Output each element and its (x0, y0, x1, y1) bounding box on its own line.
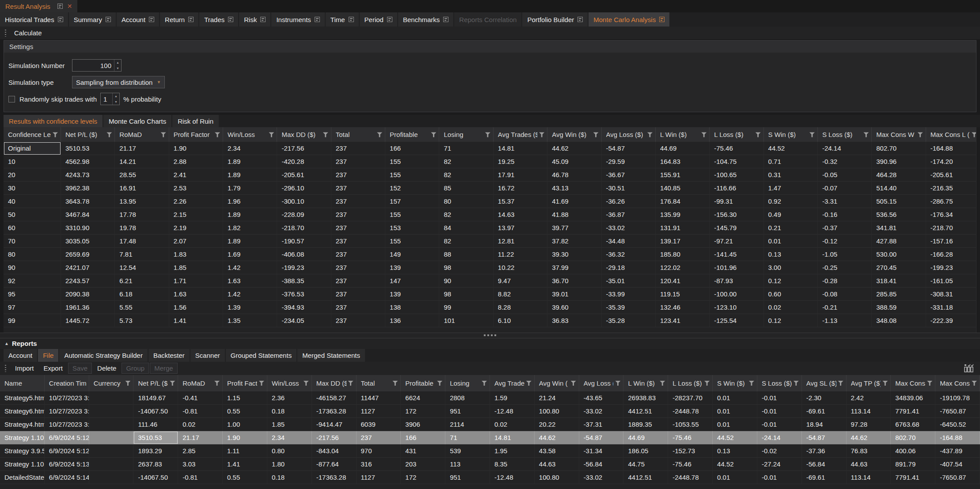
simulation-type-dropdown[interactable]: Sampling from distribution ▼ (72, 76, 165, 88)
column-header-s-win[interactable]: S Win ($) (713, 375, 757, 391)
filter-icon[interactable] (927, 380, 932, 386)
table-row[interactable]: 303962.3816.912.531.79-296.102371528516.… (4, 182, 980, 195)
column-header-profit-factor[interactable]: Profit Factor (169, 127, 223, 142)
delete-button[interactable]: Delete (93, 363, 121, 374)
column-header-net-p-l[interactable]: Net P/L ($) (61, 127, 115, 142)
tab-account[interactable]: Account (4, 349, 37, 362)
filter-icon[interactable] (125, 380, 130, 386)
table-row[interactable]: Original3510.5321.171.902.34-217.5623716… (4, 142, 980, 155)
calculate-button[interactable]: Calculate (11, 28, 46, 38)
column-header-l-win[interactable]: L Win ($) (656, 127, 710, 142)
tab-reports-correlation[interactable]: Reports Correlation (454, 12, 521, 27)
filter-icon[interactable] (269, 132, 274, 137)
reports-section-header[interactable]: ▲ Reports (0, 338, 980, 349)
column-header-max-cons[interactable]: Max Cons (891, 375, 935, 391)
skip-trades-checkbox[interactable] (8, 96, 15, 102)
tab-automatic-strategy-builder[interactable]: Automatic Strategy Builder (59, 349, 148, 362)
column-header-s-win[interactable]: S Win ($) (764, 127, 818, 142)
tab-risk[interactable]: Risk (239, 12, 270, 27)
tab-historical-trades[interactable]: Historical Trades (0, 12, 68, 27)
import-button[interactable]: Import (11, 363, 38, 374)
column-header-avg-trades[interactable]: Avg Trades ($ (494, 127, 547, 142)
filter-icon[interactable] (863, 132, 869, 137)
table-row[interactable]: Strategy 1.10.6/9/2024 5:132637.833.031.… (0, 458, 980, 471)
filter-icon[interactable] (106, 132, 112, 137)
column-header-total[interactable]: Total (357, 375, 401, 391)
filter-icon[interactable] (539, 132, 544, 137)
tab-instruments[interactable]: Instruments (271, 12, 324, 27)
column-header-profitable[interactable]: Profitable (385, 127, 439, 142)
horizontal-splitter[interactable] (0, 333, 980, 338)
filter-icon[interactable] (756, 132, 761, 137)
column-header-currency[interactable]: Currency (89, 375, 134, 391)
filter-icon[interactable] (701, 132, 707, 137)
table-row[interactable]: 204243.7328.552.411.89-205.612371558217.… (4, 168, 980, 182)
filter-icon[interactable] (972, 380, 977, 386)
column-header-l-win[interactable]: L Win ($) (623, 375, 668, 391)
table-row[interactable]: Strategy 1.10.6/9/2024 5:123510.5321.171… (0, 431, 980, 444)
tab-grouped-statements[interactable]: Grouped Statements (226, 349, 296, 362)
tab-account[interactable]: Account (117, 12, 159, 27)
spinner-arrows-icon[interactable]: ▲▼ (114, 60, 121, 71)
column-header-avg-win[interactable]: Avg Win ($) (547, 127, 601, 142)
table-row[interactable]: 971961.365.551.561.39-394.93237138998.28… (4, 301, 980, 314)
column-header-max-cons-l[interactable]: Max Cons L ( (926, 127, 980, 142)
column-header-l-loss[interactable]: L Loss ($) (710, 127, 763, 142)
tab-time[interactable]: Time (326, 12, 359, 27)
filter-icon[interactable] (809, 132, 815, 137)
column-header-confidence-le[interactable]: Confidence Le (4, 127, 61, 142)
column-header-s-loss[interactable]: S Loss ($) (757, 375, 802, 391)
toolbar-drag-handle[interactable] (5, 30, 6, 37)
filter-icon[interactable] (526, 380, 532, 386)
column-header-max-cons-w[interactable]: Max Cons W (872, 127, 926, 142)
filter-icon[interactable] (215, 132, 220, 137)
column-header-avg-loss[interactable]: Avg Loss ( (579, 375, 624, 391)
filter-icon[interactable] (704, 380, 710, 386)
table-row[interactable]: 703035.0517.482.071.89-190.572371558212.… (4, 235, 980, 248)
filter-icon[interactable] (485, 132, 490, 137)
table-row[interactable]: 503467.8417.782.151.89-228.092371558214.… (4, 208, 980, 221)
table-row[interactable]: 802659.697.811.831.69-406.082371498811.2… (4, 248, 980, 261)
skip-probability-input[interactable]: 1 ▲▼ (100, 93, 120, 105)
column-chooser-icon[interactable] (963, 364, 974, 373)
column-header-avg-win[interactable]: Avg Win ( (535, 375, 579, 391)
tab-scanner[interactable]: Scanner (190, 349, 225, 362)
tab-summary[interactable]: Summary (69, 12, 116, 27)
tab-monte-carlo-charts[interactable]: Monte Carlo Charts (103, 115, 171, 127)
simulation-number-input[interactable]: 100 ▲▼ (72, 59, 122, 72)
tab-trades[interactable]: Trades (199, 12, 238, 27)
filter-icon[interactable] (749, 380, 754, 386)
vertical-scrollbar[interactable] (976, 127, 980, 333)
filter-icon[interactable] (214, 380, 220, 386)
tab-period[interactable]: Period (360, 12, 397, 27)
table-row[interactable]: 403643.7813.952.261.96-300.102371578015.… (4, 195, 980, 208)
filter-icon[interactable] (53, 132, 58, 137)
table-row[interactable]: 603310.9019.782.191.82-218.702371538413.… (4, 221, 980, 235)
tab-merged-statements[interactable]: Merged Statements (297, 349, 365, 362)
filter-icon[interactable] (323, 132, 328, 137)
column-header-net-p-l[interactable]: Net P/L ($ (133, 375, 178, 391)
filter-icon[interactable] (660, 380, 665, 386)
table-row[interactable]: 922243.576.211.711.63-388.35237147909.47… (4, 274, 980, 288)
tab-risk-of-ruin[interactable]: Risk of Ruin (172, 115, 219, 127)
tab-file[interactable]: File (38, 349, 58, 362)
column-header-max-dd[interactable]: Max DD ($ (312, 375, 357, 391)
column-header-avg-sl[interactable]: Avg SL ($) (802, 375, 847, 391)
filter-icon[interactable] (838, 380, 843, 386)
tab-backtester[interactable]: Backtester (148, 349, 190, 362)
filter-icon[interactable] (882, 380, 888, 386)
column-header-l-loss[interactable]: L Loss ($) (668, 375, 713, 391)
column-header-win-loss[interactable]: Win/Loss (267, 375, 312, 391)
filter-icon[interactable] (392, 380, 398, 386)
filter-icon[interactable] (377, 132, 382, 137)
table-row[interactable]: Strategy4.htm10/27/2023 3:111.460.021.00… (0, 418, 980, 431)
table-row[interactable]: Strategy6.htm10/27/2023 3:-14067.50-0.81… (0, 405, 980, 418)
table-row[interactable]: 104562.9814.212.881.89-420.282371558219.… (4, 155, 980, 168)
column-header-max-dd[interactable]: Max DD ($) (277, 127, 331, 142)
spinner-arrows-icon[interactable]: ▲▼ (112, 93, 119, 105)
filter-icon[interactable] (918, 132, 923, 137)
column-header-avg-loss[interactable]: Avg Loss ($) (602, 127, 656, 142)
filter-icon[interactable] (161, 132, 166, 137)
filter-icon[interactable] (431, 132, 436, 137)
tab-portfolio-builder[interactable]: Portfolio Builder (522, 12, 588, 27)
